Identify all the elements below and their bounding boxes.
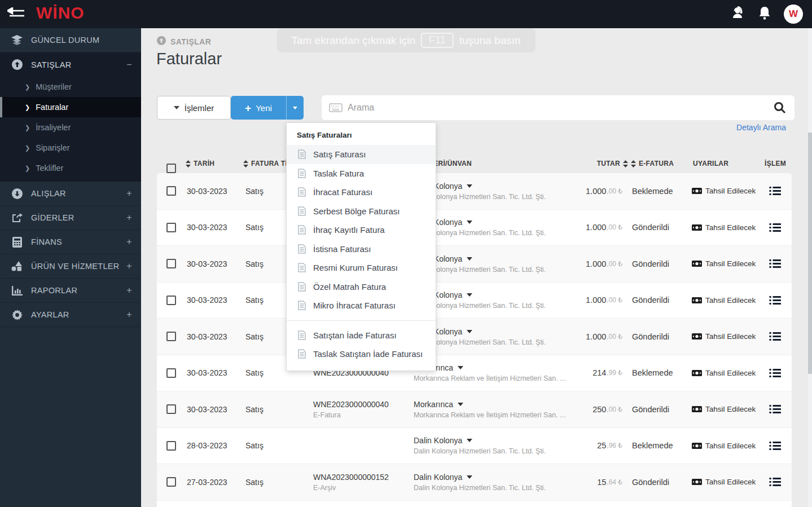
bar-chart-icon <box>10 286 24 296</box>
row-checkbox[interactable] <box>166 441 176 451</box>
notifications-bell-icon[interactable] <box>758 6 771 23</box>
page-scrollbar[interactable] <box>808 28 812 507</box>
banknote-icon <box>692 261 702 267</box>
customer-name[interactable]: Dalin Kolonya <box>414 435 462 446</box>
caret-down-icon[interactable] <box>467 330 472 333</box>
column-header-tutar[interactable]: TUTAR <box>597 154 628 173</box>
row-checkbox[interactable] <box>166 296 176 305</box>
row-actions-button[interactable] <box>769 428 781 464</box>
sidebar-item-finans[interactable]: FİNANS + <box>0 230 141 254</box>
row-actions-button[interactable] <box>769 319 781 355</box>
expand-plus-icon[interactable]: + <box>126 285 132 296</box>
caret-down-icon[interactable] <box>467 184 472 188</box>
warning-badge: Tahsil Edilecek <box>692 246 756 282</box>
collapse-minus-icon[interactable]: − <box>126 60 132 70</box>
support-headset-icon[interactable] <box>731 6 745 23</box>
warning-badge: Tahsil Edilecek <box>692 391 756 427</box>
dropdown-menu-item[interactable]: Resmi Kurum Faturası <box>287 258 436 277</box>
row-actions-button[interactable] <box>769 283 781 319</box>
scrollbar-thumb[interactable] <box>808 133 812 374</box>
row-actions-button[interactable] <box>769 464 781 500</box>
submenu-item[interactable]: ❯ İrsaliyeler <box>0 117 141 138</box>
dropdown-menu-item[interactable]: Serbest Bölge Faturası <box>287 202 436 221</box>
row-checkbox[interactable] <box>166 404 176 414</box>
document-icon <box>298 349 306 359</box>
column-header-efatura[interactable]: E-FATURA <box>631 154 674 173</box>
row-checkbox[interactable] <box>166 223 176 232</box>
invoice-type: Satış <box>245 319 264 355</box>
document-icon <box>298 149 306 159</box>
dropdown-item-label: Taslak Satıştan İade Faturası <box>313 349 423 359</box>
sidebar-item-alislar[interactable]: ALIŞLAR + <box>0 182 141 206</box>
wino-logo[interactable]: WİNO <box>36 3 85 23</box>
row-actions-button[interactable] <box>769 246 781 282</box>
dropdown-menu-item[interactable]: İstisna Faturası <box>287 240 436 259</box>
row-checkbox[interactable] <box>166 259 176 268</box>
dropdown-menu-item[interactable]: Taslak Satıştan İade Faturası <box>287 345 436 364</box>
dropdown-menu-item[interactable]: Satıştan İade Faturası <box>287 326 436 345</box>
caret-down-icon[interactable] <box>467 221 472 224</box>
row-actions-button[interactable] <box>769 391 781 427</box>
caret-down-icon[interactable] <box>458 366 463 369</box>
sidebar-toggle-button[interactable] <box>6 5 28 24</box>
sidebar-item-guncel-durum[interactable]: GÜNCEL DURUM <box>0 28 141 52</box>
row-actions-button[interactable] <box>769 355 781 391</box>
expand-plus-icon[interactable]: + <box>126 310 132 320</box>
dropdown-menu-item[interactable]: Satış Faturası <box>287 145 436 164</box>
caret-down-icon <box>174 106 179 109</box>
expand-plus-icon[interactable]: + <box>126 261 132 271</box>
expand-plus-icon[interactable]: + <box>126 237 132 247</box>
submenu-item[interactable]: ❯ Teklifler <box>0 158 141 178</box>
sidebar-item-label: GİDERLER <box>31 213 126 222</box>
caret-down-icon[interactable] <box>467 439 472 442</box>
select-all-checkbox[interactable] <box>166 164 176 173</box>
yeni-button[interactable]: + Yeni <box>231 96 286 120</box>
detayli-arama-link[interactable]: Detaylı Arama <box>736 123 786 132</box>
caret-down-icon[interactable] <box>458 403 463 406</box>
row-checkbox[interactable] <box>166 332 176 341</box>
dropdown-menu-item[interactable]: İhraç Kayıtlı Fatura <box>287 221 436 240</box>
caret-down-icon[interactable] <box>467 257 472 261</box>
dropdown-menu-item[interactable]: Taslak Fatura <box>287 164 436 183</box>
breadcrumb-label[interactable]: SATIŞLAR <box>170 37 211 46</box>
submenu-item-label: Teklifler <box>36 164 63 173</box>
row-checkbox[interactable] <box>166 186 176 196</box>
document-icon <box>298 225 306 235</box>
expand-plus-icon[interactable]: + <box>126 213 132 223</box>
banknote-icon <box>692 297 702 303</box>
user-avatar[interactable]: W <box>784 5 803 24</box>
dropdown-menu-item[interactable]: Mikro İhracat Faturası <box>287 296 436 315</box>
sidebar-item-urun-ve-hizmetler[interactable]: ÜRÜN VE HİZMETLER + <box>0 254 141 279</box>
caret-down-icon[interactable] <box>467 293 472 297</box>
search-icon[interactable] <box>773 101 787 117</box>
row-checkbox[interactable] <box>166 368 176 378</box>
submenu-item[interactable]: ❯ Faturalar <box>0 97 141 117</box>
submenu-item[interactable]: ❯ Siparişler <box>0 138 141 158</box>
list-menu-icon <box>769 223 781 232</box>
yeni-dropdown-toggle[interactable] <box>286 96 304 120</box>
dropdown-menu-item[interactable]: Özel Matrah Fatura <box>287 277 436 297</box>
customer-name[interactable]: Dalin Kolonya <box>414 471 462 483</box>
shapes-icon <box>10 261 24 271</box>
expand-plus-icon[interactable]: + <box>126 188 132 199</box>
row-actions-button[interactable] <box>769 210 781 246</box>
sidebar-item-satislar[interactable]: SATIŞLAR − <box>0 52 141 77</box>
column-header-tarih[interactable]: TARİH <box>186 154 214 173</box>
sidebar-item-giderler[interactable]: GİDERLER + <box>0 206 141 230</box>
submenu-item[interactable]: ❯ Müşteriler <box>0 77 141 97</box>
customer-name[interactable]: Morkarınca <box>414 399 453 410</box>
dropdown-menu-item[interactable]: İhracat Faturası <box>287 183 436 202</box>
invoice-amount: 15,64 ₺ <box>597 464 622 500</box>
dropdown-item-label: Resmi Kurum Faturası <box>313 263 398 272</box>
keyboard-icon[interactable] <box>329 103 343 114</box>
row-actions-button[interactable] <box>769 173 781 209</box>
islemler-button[interactable]: İşlemler <box>157 96 231 120</box>
search-input[interactable] <box>348 95 765 120</box>
sidebar-item-ayarlar[interactable]: AYARLAR + <box>0 303 141 327</box>
sidebar-item-raporlar[interactable]: RAPORLAR + <box>0 279 141 303</box>
column-header-uyarilar: UYARILAR <box>693 154 728 173</box>
customer-fullname: Dalin Kolonya Hizmetleri San. Tic. Ltd. … <box>414 483 555 493</box>
row-checkbox[interactable] <box>166 477 176 487</box>
caret-down-icon[interactable] <box>467 475 472 479</box>
dropdown-item-label: Özel Matrah Fatura <box>313 282 386 292</box>
